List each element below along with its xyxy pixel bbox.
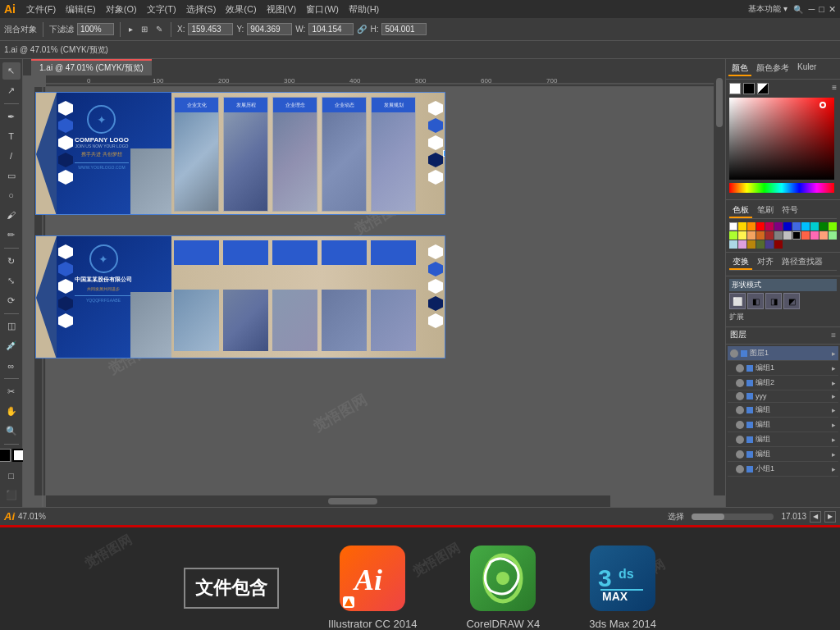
tab-pathfinder[interactable]: 路径查找器	[778, 255, 826, 270]
bottom-arrow-left[interactable]: ◀	[810, 511, 821, 523]
y-input[interactable]	[247, 23, 292, 35]
tab-align[interactable]: 对齐	[754, 255, 777, 270]
tool-line[interactable]: /	[2, 148, 21, 165]
sw-hotpink[interactable]	[810, 231, 819, 240]
toolbar-btn-3[interactable]: ✎	[153, 24, 165, 34]
layer-item-1[interactable]: 编组1 ▸	[728, 361, 838, 376]
pathfinder-unite[interactable]: ⬜	[729, 293, 746, 309]
tool-scale[interactable]: ⤡	[2, 272, 21, 290]
menu-edit[interactable]: 编辑(E)	[62, 2, 100, 17]
sw-gray[interactable]	[774, 231, 783, 240]
sw-brown[interactable]	[765, 231, 774, 240]
pathfinder-exclude[interactable]: ◩	[783, 293, 800, 309]
tool-normal-mode[interactable]: □	[2, 467, 21, 484]
sw-green[interactable]	[819, 222, 828, 231]
bottom-arrow-right[interactable]: ▶	[824, 511, 836, 523]
layers-menu[interactable]: ≡	[831, 331, 836, 340]
layer-eye-4[interactable]	[736, 406, 744, 414]
menu-select[interactable]: 选择(S)	[182, 2, 221, 17]
scrollbar-vertical-thumb[interactable]	[716, 78, 723, 127]
pathfinder-expand-btn[interactable]: 扩展	[729, 312, 744, 322]
layer-toggle-7[interactable]: ▸	[832, 450, 836, 459]
scrollbar-horizontal[interactable]	[46, 495, 610, 507]
sw-purple[interactable]	[774, 222, 783, 231]
tab-swatches[interactable]: 色板	[729, 203, 752, 218]
bottom-zoom[interactable]: 47.01%	[18, 512, 46, 521]
tool-gradient[interactable]: ◫	[2, 317, 21, 335]
sw-greenyellow[interactable]	[729, 231, 737, 240]
layer-item-5[interactable]: 编组 ▸	[728, 418, 838, 432]
layer-eye-8[interactable]	[736, 465, 744, 473]
maximize-button[interactable]: □	[819, 4, 824, 14]
color-spectrum-bar[interactable]	[729, 183, 834, 193]
menu-help[interactable]: 帮助(H)	[345, 2, 383, 17]
sw-darkred[interactable]	[774, 240, 783, 249]
menu-file[interactable]: 文件(F)	[22, 2, 60, 17]
layer-toggle-4[interactable]: ▸	[832, 406, 836, 414]
layer-item-6[interactable]: 编组 ▸	[728, 432, 838, 447]
pathfinder-intersect[interactable]: ◨	[765, 293, 782, 309]
tool-scissors[interactable]: ✂	[2, 383, 21, 400]
sw-royalblue[interactable]	[792, 222, 801, 231]
tab-transform[interactable]: 变换	[729, 255, 752, 270]
layer-toggle-2[interactable]: ▸	[832, 379, 836, 387]
layer-toggle-3[interactable]: ▸	[832, 392, 836, 400]
layer-toggle-0[interactable]: ▸	[832, 349, 836, 358]
sw-lightblue[interactable]	[729, 240, 737, 249]
sw-lightgreen[interactable]	[829, 231, 837, 240]
sw-silver[interactable]	[783, 231, 792, 240]
sw-lightsalmon[interactable]	[819, 231, 828, 240]
menu-view[interactable]: 视图(V)	[262, 2, 301, 17]
color-gradient-picker[interactable]	[729, 98, 834, 180]
toolbar-btn-1[interactable]: ▸	[126, 24, 135, 34]
layer-eye-2[interactable]	[736, 379, 744, 387]
tool-select[interactable]: ↖	[2, 62, 21, 80]
sw-darkslateblue[interactable]	[765, 240, 774, 249]
layer-eye-5[interactable]	[736, 421, 744, 429]
layer-item-7[interactable]: 编组 ▸	[728, 447, 838, 462]
layer-eye-0[interactable]	[730, 349, 738, 358]
minimize-button[interactable]: ─	[809, 4, 815, 14]
sw-red[interactable]	[756, 222, 765, 231]
layer-eye-1[interactable]	[736, 364, 744, 372]
close-button[interactable]: ✕	[829, 4, 836, 15]
tool-brush[interactable]: 🖌	[2, 207, 21, 224]
sw-orange[interactable]	[747, 222, 756, 231]
zoom-input[interactable]	[77, 23, 114, 35]
layer-eye-6[interactable]	[736, 436, 744, 444]
layer-item-2[interactable]: 编组2 ▸	[728, 376, 838, 390]
fill-color[interactable]	[0, 449, 11, 462]
scrollbar-horizontal-thumb[interactable]	[328, 498, 377, 504]
sw-plum[interactable]	[738, 240, 746, 249]
layer-toggle-8[interactable]: ▸	[832, 465, 836, 473]
none-swatch[interactable]	[757, 83, 769, 94]
menu-window[interactable]: 窗口(W)	[302, 2, 343, 17]
menu-object[interactable]: 对象(O)	[102, 2, 141, 17]
sw-sandybrown[interactable]	[747, 231, 756, 240]
w-input[interactable]	[308, 23, 354, 35]
layer-item-3[interactable]: yyy ▸	[728, 390, 838, 403]
tool-eyedropper[interactable]: 💉	[2, 337, 21, 354]
tab-color-ref[interactable]: 颜色参考	[753, 62, 792, 76]
layer-item-4[interactable]: 编组 ▸	[728, 403, 838, 418]
tool-direct-select[interactable]: ↗	[2, 82, 21, 99]
sw-yellow[interactable]	[738, 231, 746, 240]
sw-darkolive[interactable]	[756, 240, 765, 249]
x-input[interactable]	[188, 23, 233, 35]
pathfinder-minus[interactable]: ◧	[747, 293, 764, 309]
layer-item-0[interactable]: 图层1 ▸	[728, 346, 838, 361]
tab-kuler[interactable]: Kuler	[794, 62, 819, 76]
tool-rotate[interactable]: ↻	[2, 253, 21, 270]
layer-eye-3[interactable]	[736, 392, 744, 400]
color-panel-menu[interactable]: ≡	[832, 83, 837, 94]
sw-tomato[interactable]	[801, 231, 810, 240]
tool-blend[interactable]: ∞	[2, 357, 21, 374]
sw-gold[interactable]	[738, 222, 746, 231]
sw-deepsky[interactable]	[801, 222, 810, 231]
layer-toggle-6[interactable]: ▸	[832, 436, 836, 444]
layer-eye-7[interactable]	[736, 450, 744, 459]
tab-color[interactable]: 颜色	[728, 62, 751, 76]
tool-screen-mode[interactable]: ⬛	[2, 486, 21, 504]
layer-toggle-1[interactable]: ▸	[832, 364, 836, 372]
menu-effect[interactable]: 效果(C)	[221, 2, 260, 17]
